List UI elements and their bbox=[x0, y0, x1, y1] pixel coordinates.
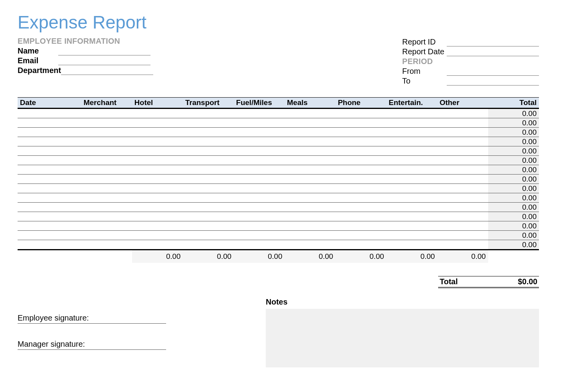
data-cell[interactable] bbox=[437, 128, 488, 137]
data-cell[interactable] bbox=[335, 175, 386, 184]
data-cell[interactable] bbox=[81, 203, 132, 212]
table-row[interactable]: 0.00 bbox=[18, 203, 539, 212]
data-cell[interactable] bbox=[132, 221, 183, 231]
data-cell[interactable] bbox=[387, 212, 437, 221]
report-id-input[interactable] bbox=[447, 37, 539, 46]
data-cell[interactable] bbox=[234, 175, 285, 184]
table-row[interactable]: 0.00 bbox=[18, 193, 539, 203]
data-cell[interactable] bbox=[234, 118, 285, 128]
table-row[interactable]: 0.00 bbox=[18, 146, 539, 156]
data-cell[interactable] bbox=[387, 231, 437, 240]
data-cell[interactable] bbox=[18, 212, 81, 221]
data-cell[interactable] bbox=[81, 146, 132, 156]
data-cell[interactable] bbox=[437, 118, 488, 128]
data-cell[interactable] bbox=[285, 221, 335, 231]
data-cell[interactable] bbox=[18, 165, 81, 175]
department-input[interactable] bbox=[61, 66, 153, 75]
data-cell[interactable] bbox=[183, 175, 234, 184]
data-cell[interactable] bbox=[81, 240, 132, 250]
data-cell[interactable] bbox=[285, 128, 335, 137]
data-cell[interactable] bbox=[132, 128, 183, 137]
data-cell[interactable] bbox=[132, 240, 183, 250]
table-row[interactable]: 0.00 bbox=[18, 156, 539, 165]
data-cell[interactable] bbox=[132, 118, 183, 128]
data-cell[interactable] bbox=[335, 193, 386, 203]
data-cell[interactable] bbox=[234, 203, 285, 212]
data-cell[interactable] bbox=[437, 156, 488, 165]
data-cell[interactable] bbox=[285, 231, 335, 240]
data-cell[interactable] bbox=[335, 128, 386, 137]
data-cell[interactable] bbox=[335, 184, 386, 193]
data-cell[interactable] bbox=[81, 184, 132, 193]
data-cell[interactable] bbox=[18, 146, 81, 156]
data-cell[interactable] bbox=[285, 184, 335, 193]
data-cell[interactable] bbox=[81, 221, 132, 231]
data-cell[interactable] bbox=[387, 175, 437, 184]
data-cell[interactable] bbox=[234, 212, 285, 221]
data-cell[interactable] bbox=[18, 128, 81, 137]
data-cell[interactable] bbox=[183, 156, 234, 165]
notes-input[interactable] bbox=[266, 309, 539, 367]
data-cell[interactable] bbox=[183, 221, 234, 231]
data-cell[interactable] bbox=[183, 240, 234, 250]
data-cell[interactable] bbox=[335, 146, 386, 156]
data-cell[interactable] bbox=[285, 165, 335, 175]
data-cell[interactable] bbox=[81, 156, 132, 165]
data-cell[interactable] bbox=[183, 212, 234, 221]
data-cell[interactable] bbox=[285, 212, 335, 221]
data-cell[interactable] bbox=[183, 137, 234, 146]
table-row[interactable]: 0.00 bbox=[18, 240, 539, 250]
data-cell[interactable] bbox=[437, 212, 488, 221]
table-row[interactable]: 0.00 bbox=[18, 137, 539, 146]
data-cell[interactable] bbox=[132, 184, 183, 193]
data-cell[interactable] bbox=[81, 165, 132, 175]
data-cell[interactable] bbox=[234, 146, 285, 156]
from-input[interactable] bbox=[447, 67, 539, 76]
data-cell[interactable] bbox=[437, 231, 488, 240]
data-cell[interactable] bbox=[81, 109, 132, 118]
data-cell[interactable] bbox=[18, 193, 81, 203]
data-cell[interactable] bbox=[387, 193, 437, 203]
data-cell[interactable] bbox=[437, 221, 488, 231]
data-cell[interactable] bbox=[437, 175, 488, 184]
data-cell[interactable] bbox=[18, 231, 81, 240]
data-cell[interactable] bbox=[132, 193, 183, 203]
data-cell[interactable] bbox=[387, 165, 437, 175]
data-cell[interactable] bbox=[234, 165, 285, 175]
data-cell[interactable] bbox=[285, 203, 335, 212]
table-row[interactable]: 0.00 bbox=[18, 128, 539, 137]
data-cell[interactable] bbox=[81, 137, 132, 146]
data-cell[interactable] bbox=[387, 118, 437, 128]
data-cell[interactable] bbox=[81, 175, 132, 184]
data-cell[interactable] bbox=[335, 165, 386, 175]
data-cell[interactable] bbox=[285, 118, 335, 128]
data-cell[interactable] bbox=[18, 156, 81, 165]
data-cell[interactable] bbox=[132, 212, 183, 221]
data-cell[interactable] bbox=[335, 137, 386, 146]
data-cell[interactable] bbox=[18, 137, 81, 146]
data-cell[interactable] bbox=[81, 128, 132, 137]
data-cell[interactable] bbox=[437, 240, 488, 250]
data-cell[interactable] bbox=[335, 118, 386, 128]
data-cell[interactable] bbox=[183, 203, 234, 212]
table-row[interactable]: 0.00 bbox=[18, 118, 539, 128]
data-cell[interactable] bbox=[335, 109, 386, 118]
data-cell[interactable] bbox=[18, 175, 81, 184]
data-cell[interactable] bbox=[234, 109, 285, 118]
manager-signature-line[interactable]: Manager signature: bbox=[18, 338, 166, 350]
data-cell[interactable] bbox=[234, 128, 285, 137]
table-row[interactable]: 0.00 bbox=[18, 184, 539, 193]
data-cell[interactable] bbox=[387, 146, 437, 156]
data-cell[interactable] bbox=[285, 193, 335, 203]
data-cell[interactable] bbox=[387, 203, 437, 212]
data-cell[interactable] bbox=[81, 118, 132, 128]
data-cell[interactable] bbox=[387, 128, 437, 137]
data-cell[interactable] bbox=[234, 184, 285, 193]
data-cell[interactable] bbox=[18, 203, 81, 212]
data-cell[interactable] bbox=[18, 240, 81, 250]
data-cell[interactable] bbox=[437, 109, 488, 118]
data-cell[interactable] bbox=[285, 175, 335, 184]
data-cell[interactable] bbox=[183, 231, 234, 240]
data-cell[interactable] bbox=[81, 212, 132, 221]
data-cell[interactable] bbox=[335, 203, 386, 212]
